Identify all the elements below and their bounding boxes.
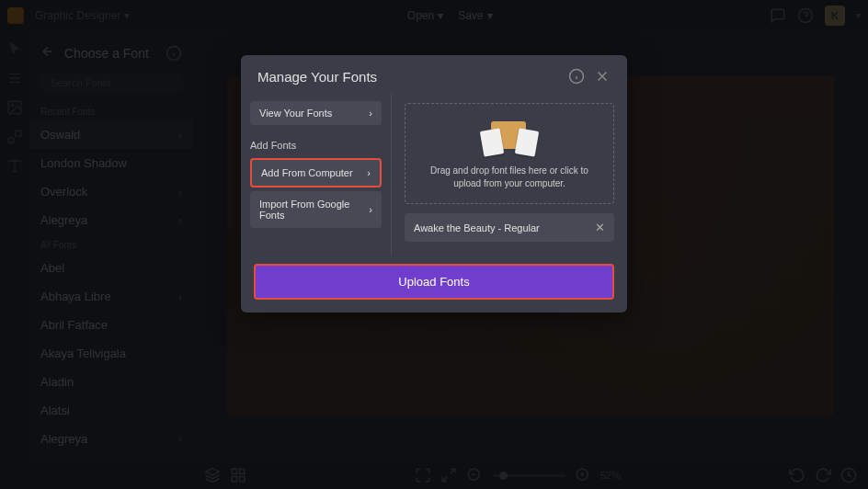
view-your-fonts-button[interactable]: View Your Fonts › [250,101,382,125]
chevron-right-icon: › [369,108,372,119]
chevron-right-icon: › [369,204,372,215]
remove-font-icon[interactable]: ✕ [595,221,605,234]
dropzone-illustration [480,117,539,157]
import-google-label: Import From Google Fonts [259,199,369,221]
modal-title: Manage Your Fonts [257,69,377,85]
uploaded-font-item: Awake the Beauty - Regular ✕ [405,213,614,242]
dropzone-text: Drag and drop font files here or click t… [417,165,602,190]
modal-overlay: Manage Your Fonts View Your Fonts › Add … [0,0,868,489]
import-google-fonts-button[interactable]: Import From Google Fonts › [250,191,382,228]
info-icon[interactable] [568,68,585,85]
upload-button-label: Upload Fonts [398,275,469,289]
add-from-computer-button[interactable]: Add From Computer › [250,158,382,188]
view-fonts-label: View Your Fonts [259,108,332,119]
uploaded-font-name: Awake the Beauty - Regular [414,222,540,233]
font-dropzone[interactable]: Drag and drop font files here or click t… [405,103,614,204]
add-fonts-label: Add Fonts [250,140,382,151]
chevron-right-icon: › [367,167,371,178]
upload-fonts-button[interactable]: Upload Fonts [254,264,614,300]
close-icon[interactable] [594,68,611,85]
manage-fonts-modal: Manage Your Fonts View Your Fonts › Add … [241,55,627,313]
add-computer-label: Add From Computer [261,167,353,178]
